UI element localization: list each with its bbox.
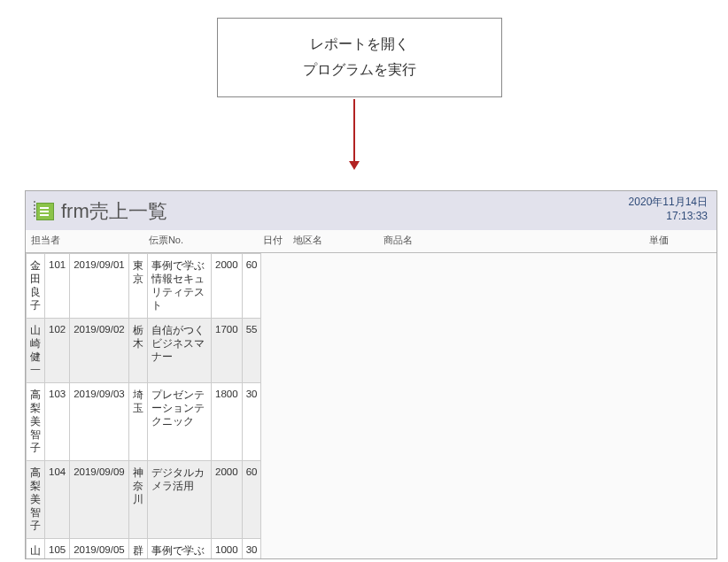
cell-product: プレゼンテーションテクニック [147, 383, 211, 461]
table-row[interactable]: 金田良子1012019/09/01東京事例で学ぶ情報セキュリティテスト20006… [27, 254, 261, 319]
cell-date: 2019/09/02 [70, 319, 129, 383]
cell-area: 神奈川 [128, 461, 147, 539]
top-line-1: レポートを開く [227, 32, 492, 58]
cell-slip: 105 [45, 539, 70, 560]
cell-qty: 30 [242, 383, 261, 461]
cell-slip: 102 [45, 319, 70, 383]
col-header-slip: 伝票No. [125, 230, 189, 253]
report-header: frm売上一覧 2020年11月14日 17:13:33 [26, 191, 716, 230]
cell-staff: 山崎健一 [27, 319, 45, 383]
cell-staff: 高梨美智子 [27, 461, 45, 539]
cell-area: 群馬 [128, 539, 147, 560]
cell-slip: 104 [45, 461, 70, 539]
table-row[interactable]: 高梨美智子1042019/09/09神奈川デジタルカメラ活用200060 [27, 461, 261, 539]
cell-staff: 山崎健一 [27, 539, 45, 560]
report-window: frm売上一覧 2020年11月14日 17:13:33 担当者 伝票No. 日… [25, 190, 717, 559]
cell-slip: 103 [45, 383, 70, 461]
cell-qty: 60 [242, 254, 261, 319]
cell-product: 事例で学ぶ情報セキュリティテスト [147, 254, 211, 319]
cell-qty: 60 [242, 461, 261, 539]
cell-price: 1700 [212, 319, 243, 383]
sales-table: 担当者 伝票No. 日付 地区名 商品名 単価 数量 金田良子1012019/0… [26, 230, 717, 559]
col-header-staff: 担当者 [26, 230, 125, 253]
table-header-row: 担当者 伝票No. 日付 地区名 商品名 単価 数量 [26, 230, 717, 253]
report-title: frm売上一覧 [61, 198, 167, 225]
col-header-product: 商品名 [378, 230, 566, 253]
cell-staff: 高梨美智子 [27, 383, 45, 461]
table-row[interactable]: 高梨美智子1032019/09/03埼玉プレゼンテーションテクニック180030 [27, 383, 261, 461]
cell-date: 2019/09/03 [70, 383, 129, 461]
flow-arrow [349, 99, 360, 170]
cell-price: 2000 [212, 461, 243, 539]
cell-price: 2000 [212, 254, 243, 319]
cell-price: 1800 [212, 383, 243, 461]
cell-product: 自信がつくビジネスマナー [147, 319, 211, 383]
col-header-price: 単価 [566, 230, 674, 253]
col-header-qty: 数量 [674, 230, 717, 253]
cell-product: 事例で学ぶ個人情報保護 [147, 539, 211, 560]
cell-area: 栃木 [128, 319, 147, 383]
col-header-date: 日付 [189, 230, 288, 253]
cell-product: デジタルカメラ活用 [147, 461, 211, 539]
cell-qty: 30 [242, 539, 261, 560]
report-date: 2020年11月14日 [629, 195, 708, 210]
cell-staff: 金田良子 [27, 254, 45, 319]
cell-price: 1000 [212, 539, 243, 560]
cell-slip: 101 [45, 254, 70, 319]
table-row[interactable]: 山崎健一1052019/09/05群馬事例で学ぶ個人情報保護100030 [27, 539, 261, 560]
top-line-2: プログラムを実行 [227, 58, 492, 83]
report-datetime: 2020年11月14日 17:13:33 [629, 195, 708, 222]
cell-date: 2019/09/01 [70, 254, 129, 319]
cell-area: 東京 [128, 254, 147, 319]
cell-area: 埼玉 [128, 383, 147, 461]
cell-qty: 55 [242, 319, 261, 383]
col-header-area: 地区名 [288, 230, 378, 253]
table-body: 金田良子1012019/09/01東京事例で学ぶ情報セキュリティテスト20006… [26, 253, 125, 559]
cell-date: 2019/09/09 [70, 461, 129, 539]
report-icon [36, 203, 54, 220]
table-row[interactable]: 山崎健一1022019/09/02栃木自信がつくビジネスマナー170055 [27, 319, 261, 383]
report-time: 17:13:33 [629, 210, 708, 222]
top-action-box: レポートを開く プログラムを実行 [217, 18, 502, 97]
cell-date: 2019/09/05 [70, 539, 129, 560]
